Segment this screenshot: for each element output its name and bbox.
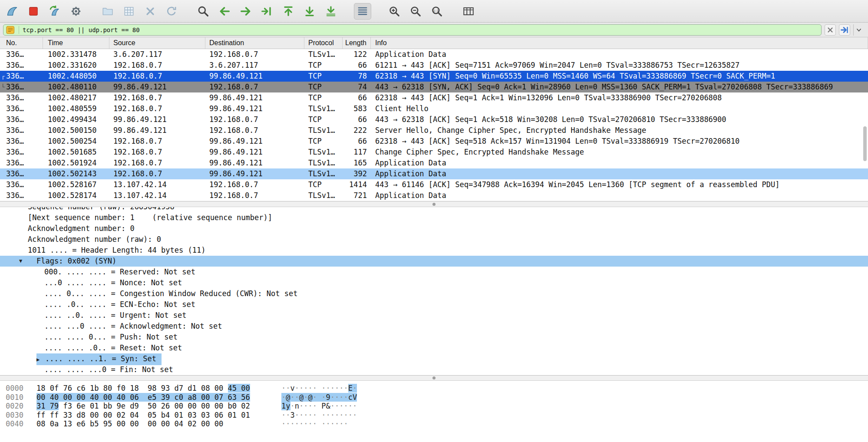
- zoom-in-button[interactable]: [386, 3, 403, 20]
- destination-cell: 99.86.49.121: [205, 147, 304, 158]
- resize-columns-button[interactable]: [460, 3, 477, 20]
- length-cell: 165: [343, 158, 371, 168]
- pane-splitter-top[interactable]: [0, 201, 868, 207]
- auto-scroll-button[interactable]: [322, 3, 340, 20]
- column-header-time[interactable]: Time: [43, 37, 109, 49]
- detail-row[interactable]: .... ...0 .... = Acknowledgment: Not set: [0, 321, 868, 332]
- detail-row[interactable]: Acknowledgment number: 0: [0, 223, 868, 234]
- packet-row[interactable]: 336…1002.502143192.168.0.799.86.49.121TL…: [0, 168, 868, 179]
- packet-row[interactable]: 336…1002.52816713.107.42.14192.168.0.7TC…: [0, 179, 868, 190]
- detail-row[interactable]: .... .... .0.. = Reset: Not set: [0, 343, 868, 353]
- source-cell: 192.168.0.7: [109, 60, 205, 71]
- find-packet-button[interactable]: [195, 3, 212, 20]
- hex-ascii: ··v····· ······E·: [281, 384, 357, 393]
- hex-bytes: ff ff 33 d8 00 00 02 04 05 b4 01 03 03 0…: [36, 411, 256, 420]
- packet-row[interactable]: 336…1002.448050192.168.0.799.86.49.121TC…: [0, 71, 868, 82]
- filter-dropdown-button[interactable]: [853, 24, 864, 36]
- info-cell: 62318 → 443 [ACK] Seq=1 Ack=1 Win=132096…: [371, 92, 868, 103]
- column-header-protocol[interactable]: Protocol: [304, 37, 343, 49]
- packet-row[interactable]: 336…1002.52817413.107.42.14192.168.0.7TL…: [0, 190, 868, 201]
- column-header-info[interactable]: Info: [371, 37, 868, 49]
- display-filter-input[interactable]: tcp.port == 80 || udp.port == 80: [3, 24, 822, 36]
- colorize-button[interactable]: [354, 3, 371, 20]
- time-cell: 1002.500254: [43, 136, 109, 147]
- detail-row[interactable]: .... ..0. .... = Urgent: Not set: [0, 310, 868, 321]
- time-cell: 1002.502143: [43, 168, 109, 179]
- restart-capture-button[interactable]: [46, 3, 63, 20]
- detail-row[interactable]: [Next sequence number: 1 (relative seque…: [0, 212, 868, 223]
- detail-row[interactable]: ▼Flags: 0x002 (SYN): [0, 256, 868, 267]
- go-last-packet-button[interactable]: [301, 3, 318, 20]
- protocol-cell: TLSv1…: [304, 125, 343, 136]
- protocol-cell: TLSv1…: [304, 49, 343, 60]
- protocol-cell: TLSv1…: [304, 158, 343, 168]
- filter-text[interactable]: tcp.port == 80 || udp.port == 80: [23, 24, 817, 36]
- info-cell: Application Data: [371, 49, 868, 60]
- go-forward-button[interactable]: [237, 3, 254, 20]
- info-cell: 443 → 61146 [ACK] Seq=347988 Ack=16394 W…: [371, 179, 868, 190]
- hex-bytes: 00 40 00 00 40 00 40 06 e5 39 c0 a8 00 0…: [36, 393, 256, 402]
- packet-row[interactable]: 336…1002.331620192.168.0.73.6.207.117TCP…: [0, 60, 868, 71]
- column-header-length[interactable]: Length: [343, 37, 371, 49]
- stop-capture-button[interactable]: [25, 3, 42, 20]
- filter-bookmark-icon[interactable]: [6, 25, 15, 35]
- packet-row[interactable]: 336…1002.49943499.86.49.121192.168.0.7TC…: [0, 114, 868, 125]
- wireshark-window: 1:1 tcp.port == 80 || udp.port == 80 No.…: [0, 0, 868, 442]
- detail-row[interactable]: Sequence number (raw): 2665041958: [0, 207, 868, 212]
- hex-row[interactable]: 002031 79 f3 6e 01 bb 9e d9 50 26 00 00 …: [0, 402, 868, 411]
- expand-arrow-icon[interactable]: ▶: [36, 354, 45, 365]
- column-header-source[interactable]: Source: [109, 37, 205, 49]
- colorize-icon: [356, 5, 369, 17]
- go-first-packet-button[interactable]: [280, 3, 297, 20]
- detail-row[interactable]: Acknowledgment number (raw): 0: [0, 234, 868, 245]
- packet-row[interactable]: 336…1002.501685192.168.0.799.86.49.121TL…: [0, 147, 868, 158]
- destination-cell: 99.86.49.121: [205, 103, 304, 114]
- go-back-button[interactable]: [216, 3, 233, 20]
- clear-filter-button[interactable]: [825, 24, 836, 36]
- time-cell: 1002.501685: [43, 147, 109, 158]
- packet-row[interactable]: 336…1002.501924192.168.0.799.86.49.121TL…: [0, 158, 868, 168]
- info-cell: Application Data: [371, 190, 868, 201]
- zoom-reset-button[interactable]: 1:1: [428, 3, 446, 20]
- start-capture-button[interactable]: [3, 3, 21, 20]
- hex-row[interactable]: 000018 0f 76 c6 1b 80 f0 18 98 93 d7 d1 …: [0, 384, 868, 393]
- packet-row[interactable]: 336…1002.480217192.168.0.799.86.49.121TC…: [0, 92, 868, 103]
- detail-row[interactable]: .... .... ...0 = Fin: Not set: [0, 364, 868, 375]
- protocol-cell: TCP: [304, 114, 343, 125]
- column-header-no[interactable]: No.: [0, 37, 43, 49]
- apply-filter-button[interactable]: [839, 24, 850, 36]
- packet-list-scrollbar[interactable]: [863, 126, 867, 161]
- collapse-arrow-icon[interactable]: ▼: [19, 256, 22, 267]
- time-cell: 1002.480217: [43, 92, 109, 103]
- length-cell: 66: [343, 60, 371, 71]
- destination-cell: 192.168.0.7: [205, 125, 304, 136]
- reload-icon: [165, 5, 178, 17]
- go-to-packet-button[interactable]: [258, 3, 276, 20]
- capture-options-button[interactable]: [67, 3, 85, 20]
- detail-row[interactable]: 000. .... .... = Reserved: Not set: [0, 267, 868, 277]
- no-cell: 336…: [0, 147, 43, 158]
- packet-row[interactable]: 336…1002.480559192.168.0.799.86.49.121TL…: [0, 103, 868, 114]
- protocol-cell: TLSv1…: [304, 190, 343, 201]
- packet-row[interactable]: 336…1002.50015099.86.49.121192.168.0.7TL…: [0, 125, 868, 136]
- main-toolbar: 1:1: [0, 0, 868, 23]
- detail-row[interactable]: .... .... 0... = Push: Not set: [0, 332, 868, 343]
- detail-text: .... .0.. .... = ECN-Echo: Not set: [44, 300, 195, 309]
- detail-row[interactable]: .... 0... .... = Congestion Window Reduc…: [0, 288, 868, 299]
- packet-row[interactable]: 336…1002.3314783.6.207.117192.168.0.7TLS…: [0, 49, 868, 60]
- zoom-out-button[interactable]: [407, 3, 424, 20]
- column-header-destination[interactable]: Destination: [205, 37, 304, 49]
- packet-row[interactable]: 336…1002.48011099.86.49.121192.168.0.7TC…: [0, 82, 868, 92]
- length-cell: 222: [343, 125, 371, 136]
- close-icon: [144, 5, 156, 17]
- packet-row[interactable]: 336…1002.500254192.168.0.799.86.49.121TC…: [0, 136, 868, 147]
- detail-row[interactable]: .... .0.. .... = ECN-Echo: Not set: [0, 299, 868, 310]
- hex-row[interactable]: 0030ff ff 33 d8 00 00 02 04 05 b4 01 03 …: [0, 411, 868, 420]
- detail-row[interactable]: ...0 .... .... = Nonce: Not set: [0, 277, 868, 288]
- detail-text: Sequence number (raw): 2665041958: [28, 207, 175, 211]
- hex-row[interactable]: 001000 40 00 00 40 00 40 06 e5 39 c0 a8 …: [0, 393, 868, 402]
- pane-splitter-bottom[interactable]: [0, 375, 868, 381]
- hex-row[interactable]: 004008 0a 13 e6 b5 95 00 00 00 00 04 02 …: [0, 419, 868, 429]
- detail-row[interactable]: 1011 .... = Header Length: 44 bytes (11): [0, 245, 868, 256]
- detail-row[interactable]: ▶.... .... ..1. = Syn: Set: [0, 353, 868, 364]
